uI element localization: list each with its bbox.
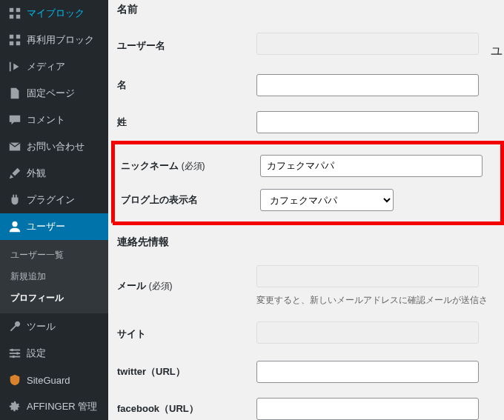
highlight-nickname-display: ニックネーム (必須) ブログ上の表示名 カフェクマパパ bbox=[111, 141, 504, 225]
sidebar-item-users[interactable]: ユーザー bbox=[0, 213, 108, 240]
sidebar-item-siteguard[interactable]: SiteGuard bbox=[0, 367, 108, 393]
row-facebook: facebook（URL） bbox=[117, 390, 504, 420]
label-firstname: 名 bbox=[117, 79, 256, 92]
sidebar-item-label: 外観 bbox=[27, 167, 46, 180]
lastname-input[interactable] bbox=[256, 111, 479, 133]
section-title-name: 名前 bbox=[117, 0, 504, 25]
svg-rect-2 bbox=[10, 15, 13, 19]
svg-point-14 bbox=[16, 352, 19, 355]
label-lastname: 姓 bbox=[117, 116, 256, 129]
sliders-icon bbox=[7, 346, 22, 361]
email-readonly bbox=[256, 265, 479, 287]
sidebar-item-contact[interactable]: お問い合わせ bbox=[0, 133, 108, 160]
label-facebook: facebook（URL） bbox=[117, 402, 256, 416]
plug-icon bbox=[7, 193, 22, 207]
sidebar-item-label: メディア bbox=[27, 60, 65, 73]
section-title-contact: 連絡先情報 bbox=[117, 225, 504, 258]
sidebar-item-label: マイブロック bbox=[27, 7, 84, 20]
svg-rect-4 bbox=[10, 35, 13, 39]
sidebar-item-media[interactable]: メディア bbox=[0, 53, 108, 80]
facebook-input[interactable] bbox=[256, 398, 479, 420]
grid-icon bbox=[7, 33, 22, 47]
sidebar-item-pages[interactable]: 固定ページ bbox=[0, 80, 108, 107]
submenu-item-all-users[interactable]: ユーザー一覧 bbox=[0, 244, 108, 266]
label-username: ユーザー名 bbox=[117, 39, 256, 53]
firstname-input[interactable] bbox=[256, 74, 479, 96]
admin-sidebar: マイブロック 再利用ブロック メディア 固定ページ コメント お問い合わせ 外観 bbox=[0, 0, 108, 420]
svg-point-13 bbox=[11, 349, 14, 352]
svg-rect-1 bbox=[16, 8, 20, 12]
gear-icon bbox=[7, 399, 22, 414]
username-readonly bbox=[256, 33, 479, 55]
comment-icon bbox=[7, 113, 22, 127]
user-icon bbox=[7, 219, 22, 234]
label-site: サイト bbox=[117, 327, 256, 341]
sidebar-item-reusable-blocks[interactable]: 再利用ブロック bbox=[0, 27, 108, 53]
svg-rect-7 bbox=[16, 41, 20, 45]
username-suffix: ユ bbox=[491, 44, 503, 57]
sidebar-item-label: AFFINGER 管理 bbox=[27, 400, 97, 413]
nickname-input[interactable] bbox=[260, 155, 483, 177]
sidebar-item-label: コメント bbox=[27, 113, 65, 127]
displayname-select[interactable]: カフェクマパパ bbox=[260, 189, 394, 211]
svg-point-9 bbox=[12, 221, 17, 227]
row-displayname: ブログ上の表示名 カフェクマパパ bbox=[121, 183, 499, 217]
sidebar-item-label: 設定 bbox=[27, 347, 46, 360]
sidebar-item-label: SiteGuard bbox=[27, 375, 70, 386]
sidebar-item-label: ツール bbox=[27, 320, 56, 333]
row-firstname: 名 bbox=[117, 67, 504, 104]
svg-rect-3 bbox=[16, 15, 20, 19]
twitter-input[interactable] bbox=[256, 361, 479, 383]
row-username: ユーザー名 ユ bbox=[117, 25, 504, 67]
svg-rect-5 bbox=[16, 35, 20, 39]
site-readonly bbox=[256, 321, 479, 344]
submenu-item-add-new[interactable]: 新規追加 bbox=[0, 266, 108, 287]
sidebar-item-tools[interactable]: ツール bbox=[0, 313, 108, 340]
row-twitter: twitter（URL） bbox=[117, 353, 504, 390]
sidebar-item-label: 再利用ブロック bbox=[27, 33, 94, 47]
media-icon bbox=[7, 59, 22, 74]
sidebar-item-plugins[interactable]: プラグイン bbox=[0, 187, 108, 213]
row-nickname: ニックネーム (必須) bbox=[121, 149, 499, 183]
sidebar-item-appearance[interactable]: 外観 bbox=[0, 160, 108, 187]
svg-point-15 bbox=[12, 356, 15, 359]
row-site: サイト bbox=[117, 314, 504, 353]
row-lastname: 姓 bbox=[117, 104, 504, 141]
svg-rect-0 bbox=[10, 8, 13, 12]
sidebar-item-my-blocks[interactable]: マイブロック bbox=[0, 0, 108, 27]
svg-rect-6 bbox=[10, 41, 13, 45]
sidebar-item-comments[interactable]: コメント bbox=[0, 107, 108, 133]
submenu-item-profile[interactable]: プロフィール bbox=[0, 287, 108, 309]
label-twitter: twitter（URL） bbox=[117, 365, 256, 379]
main-content: 名前 ユーザー名 ユ 名 姓 ニックネーム (必須) ブログ上の表示名 bbox=[108, 0, 504, 420]
sidebar-item-affinger[interactable]: AFFINGER 管理 bbox=[0, 393, 108, 420]
label-email: メール (必須) bbox=[117, 279, 256, 293]
email-help-text: 変更すると、新しいメールアドレスに確認メールが送信さ bbox=[256, 294, 504, 307]
page-icon bbox=[7, 86, 22, 101]
label-displayname: ブログ上の表示名 bbox=[121, 193, 260, 207]
sidebar-item-label: お問い合わせ bbox=[27, 140, 84, 153]
mail-icon bbox=[7, 139, 22, 154]
grid-icon bbox=[7, 6, 22, 21]
sidebar-item-settings[interactable]: 設定 bbox=[0, 340, 108, 367]
sidebar-item-label: プラグイン bbox=[27, 193, 75, 207]
shield-icon bbox=[7, 373, 22, 387]
brush-icon bbox=[7, 166, 22, 181]
users-submenu: ユーザー一覧 新規追加 プロフィール bbox=[0, 240, 108, 313]
row-email: メール (必須) 変更すると、新しいメールアドレスに確認メールが送信さ bbox=[117, 258, 504, 314]
label-nickname: ニックネーム (必須) bbox=[121, 159, 260, 173]
sidebar-item-label: ユーザー bbox=[27, 220, 65, 233]
wrench-icon bbox=[7, 319, 22, 334]
sidebar-item-label: 固定ページ bbox=[27, 87, 75, 100]
